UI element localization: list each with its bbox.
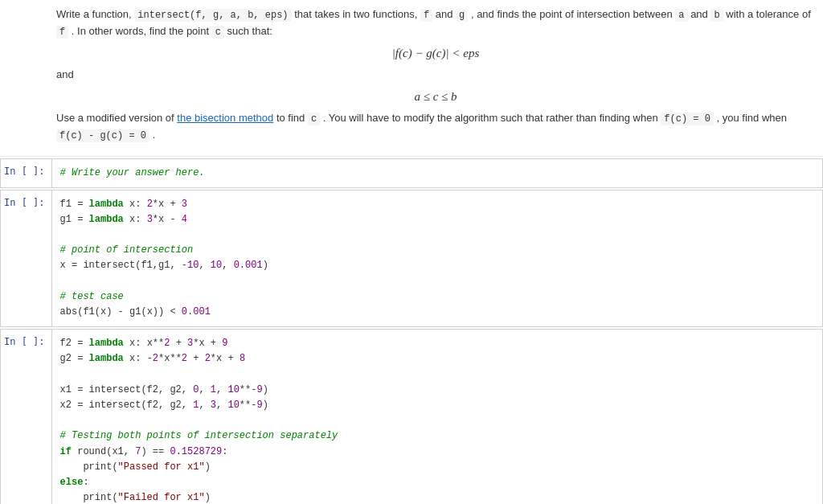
math-formula-1: |f(c) − g(c)| < eps — [56, 47, 815, 60]
test-cell-2-content[interactable]: f2 = lambda x: x**2 + 3*x + 9 g2 = lambd… — [51, 330, 822, 504]
answer-comment-text: # Write your answer here. — [60, 166, 814, 181]
cell-label-2: In [ ]: — [1, 330, 51, 354]
answer-cell-content[interactable]: # Write your answer here. — [51, 159, 822, 187]
notebook: Write a function, intersect(f, g, a, b, … — [0, 0, 823, 504]
description-p1: Write a function, intersect(f, g, a, b, … — [56, 6, 815, 40]
answer-cell: In [ ]: # Write your answer here. — [0, 158, 823, 188]
description-p2: Use a modified version of the bisection … — [56, 110, 815, 144]
and-text: and — [56, 67, 815, 84]
cell-label-answer: In [ ]: — [1, 159, 51, 183]
cell-label-markdown — [0, 0, 48, 13]
test-cell-1-content[interactable]: f1 = lambda x: 2*x + 3 g1 = lambda x: 3*… — [51, 191, 822, 327]
code-block-2: f2 = lambda x: x**2 + 3*x + 9 g2 = lambd… — [60, 336, 814, 504]
bisection-link[interactable]: the bisection method — [177, 112, 273, 124]
test-cell-1: In [ ]: f1 = lambda x: 2*x + 3 g1 = lamb… — [0, 190, 823, 328]
test-cell-2: In [ ]: f2 = lambda x: x**2 + 3*x + 9 g2… — [0, 329, 823, 504]
markdown-content: Write a function, intersect(f, g, a, b, … — [48, 0, 823, 156]
math-formula-2: a ≤ c ≤ b — [56, 90, 815, 104]
markdown-cell: Write a function, intersect(f, g, a, b, … — [0, 0, 823, 157]
code-block-1: f1 = lambda x: 2*x + 3 g1 = lambda x: 3*… — [60, 197, 814, 321]
cell-label-1: In [ ]: — [1, 191, 51, 215]
